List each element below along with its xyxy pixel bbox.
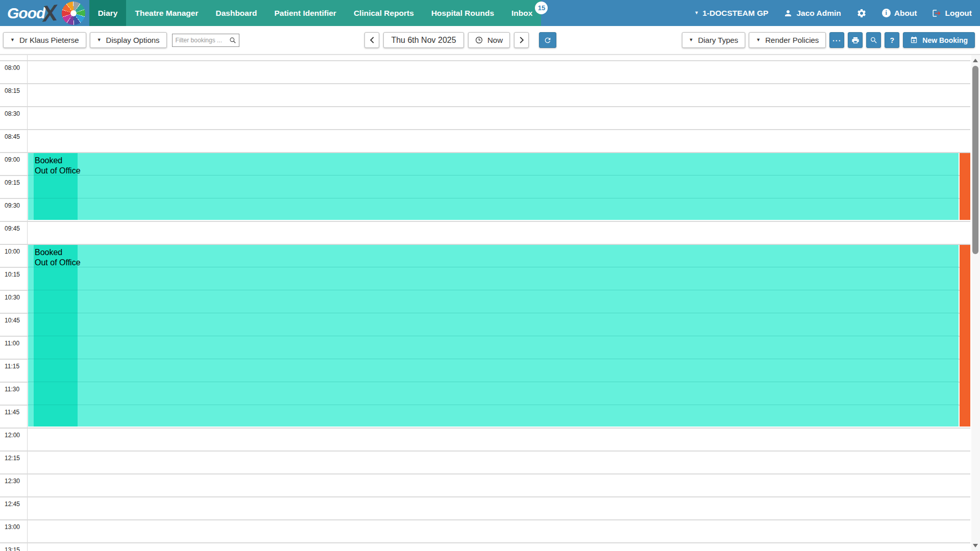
search-icon	[870, 36, 878, 44]
settings-button[interactable]	[856, 8, 867, 18]
booking-block[interactable]: BookedOut of Office	[28, 153, 959, 220]
display-options-label: Display Options	[106, 36, 160, 44]
time-label: 08:30	[5, 110, 20, 117]
inbox-unread-badge: 15	[535, 2, 548, 14]
booking-slot-divider	[28, 290, 959, 290]
time-label: 13:15	[5, 546, 20, 551]
grid-line	[0, 106, 970, 107]
grid-line	[0, 83, 970, 84]
time-label: 08:00	[5, 64, 20, 71]
scrollbar-up-arrow[interactable]	[973, 59, 978, 62]
grid-line	[0, 428, 970, 429]
booking-slot-divider	[28, 267, 959, 267]
logo-x: X	[41, 2, 58, 24]
time-label: 11:30	[5, 386, 19, 393]
doctor-dropdown[interactable]: ▼ Dr Klaus Pieterse	[3, 32, 86, 48]
vertical-scrollbar	[971, 55, 980, 551]
nav-theatre-manager[interactable]: Theatre Manager	[126, 0, 207, 26]
now-button[interactable]: Now	[468, 32, 510, 48]
goodx-logo[interactable]: Good X	[0, 0, 89, 26]
diary-calendar-grid[interactable]: 08:0008:1508:3008:4509:0009:1509:3009:45…	[0, 55, 980, 551]
logout-button[interactable]: Logout	[932, 9, 972, 18]
search-icon[interactable]	[229, 37, 236, 44]
grid-line	[0, 542, 970, 543]
nav-patient-identifier[interactable]: Patient Identifier	[265, 0, 345, 26]
chevron-left-icon	[370, 36, 375, 44]
chevron-right-icon	[519, 36, 524, 44]
new-booking-button[interactable]: New Booking	[903, 32, 975, 48]
booking-title: Out of Office	[35, 258, 81, 268]
nav-dashboard-label: Dashboard	[216, 9, 257, 17]
more-options-button[interactable]: ...	[829, 32, 844, 48]
nav-dashboard[interactable]: Dashboard	[207, 0, 266, 26]
time-label: 11:00	[5, 340, 19, 347]
chevron-down-icon: ▼	[756, 38, 761, 42]
booking-slot-divider	[28, 359, 959, 359]
logout-label: Logout	[945, 9, 972, 18]
printer-icon	[851, 36, 860, 44]
entity-dropdown[interactable]: ▼ 1-DOCSTEAM GP	[694, 9, 768, 18]
grid-line	[0, 129, 970, 130]
booking-policy-strip[interactable]	[960, 153, 970, 220]
time-label: 08:15	[5, 87, 20, 94]
logo-text: Good	[7, 5, 45, 22]
doctor-dropdown-label: Dr Klaus Pieterse	[19, 36, 79, 44]
clock-icon	[475, 36, 483, 44]
next-day-button[interactable]	[514, 32, 529, 48]
nav-inbox[interactable]: Inbox 15	[503, 0, 541, 26]
filter-bookings-box	[172, 34, 239, 47]
booking-slot-divider	[28, 405, 959, 405]
time-label: 11:15	[5, 363, 19, 370]
booking-slot-divider	[28, 336, 959, 336]
grid-line	[0, 519, 970, 520]
grid-line	[0, 450, 970, 452]
booking-block[interactable]: BookedOut of Office	[28, 245, 959, 427]
logout-icon	[932, 9, 941, 18]
nav-inbox-label: Inbox	[511, 9, 532, 17]
nav-diary-label: Diary	[98, 9, 118, 17]
time-label: 12:30	[5, 478, 20, 485]
about-button[interactable]: i About	[882, 9, 917, 18]
grid-line	[0, 221, 970, 222]
booking-slot-divider	[28, 313, 959, 313]
booking-title: Out of Office	[35, 166, 81, 176]
nav-hospital-rounds[interactable]: Hospital Rounds	[423, 0, 503, 26]
render-policies-label: Render Policies	[765, 36, 819, 44]
booking-slot-divider	[28, 175, 959, 176]
grid-line	[0, 473, 970, 474]
info-icon: i	[882, 9, 891, 17]
about-label: About	[894, 9, 917, 18]
time-label: 09:15	[5, 179, 20, 186]
booking-slot-divider	[28, 382, 959, 382]
scrollbar-down-arrow[interactable]	[973, 544, 978, 547]
date-input[interactable]: Thu 6th Nov 2025	[383, 32, 464, 48]
entity-name: 1-DOCSTEAM GP	[702, 9, 768, 18]
search-button[interactable]	[866, 32, 881, 48]
time-label: 09:30	[5, 202, 20, 209]
scrollbar-thumb[interactable]	[972, 66, 978, 254]
new-booking-label: New Booking	[922, 36, 968, 44]
time-label: 10:30	[5, 294, 20, 301]
nav-clinical-reports[interactable]: Clinical Reports	[345, 0, 423, 26]
render-policies-dropdown[interactable]: ▼ Render Policies	[749, 32, 826, 48]
nav-patient-identifier-label: Patient Identifier	[274, 9, 336, 17]
booking-status: Booked	[35, 156, 81, 166]
display-options-dropdown[interactable]: ▼ Display Options	[90, 32, 167, 48]
user-menu[interactable]: Jaco Admin	[783, 9, 841, 18]
print-button[interactable]	[848, 32, 863, 48]
filter-bookings-input[interactable]	[173, 37, 229, 44]
time-label: 12:00	[5, 432, 20, 439]
nav-theatre-manager-label: Theatre Manager	[135, 9, 198, 17]
booking-policy-strip[interactable]	[960, 245, 970, 427]
time-label: 13:00	[5, 523, 20, 531]
diary-types-dropdown[interactable]: ▼ Diary Types	[682, 32, 746, 48]
time-label: 08:45	[5, 133, 20, 140]
refresh-button[interactable]	[539, 32, 556, 48]
time-label: 09:00	[5, 156, 20, 163]
help-button[interactable]: ?	[885, 32, 899, 48]
booking-status: Booked	[35, 247, 81, 258]
nav-hospital-rounds-label: Hospital Rounds	[431, 9, 494, 17]
nav-diary[interactable]: Diary	[89, 0, 127, 26]
date-navigation-group: Thu 6th Nov 2025 Now	[364, 32, 556, 48]
previous-day-button[interactable]	[364, 32, 379, 48]
